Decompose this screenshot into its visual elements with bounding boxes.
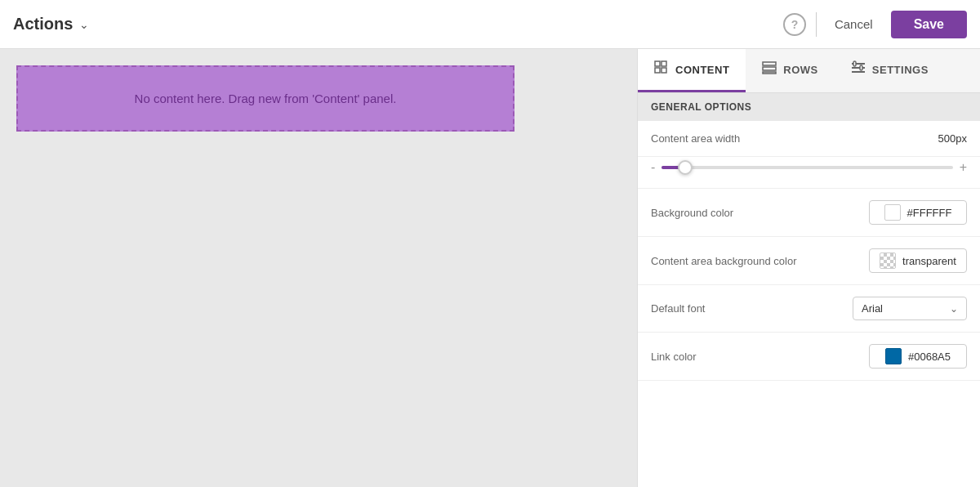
help-icon[interactable]: ? [783, 13, 806, 36]
header-left: Actions ⌄ [13, 15, 89, 34]
panel-tabs: CONTENT ROWS [638, 49, 980, 93]
svg-rect-4 [763, 62, 776, 65]
content-area-width-row: Content area width 500px [638, 121, 980, 157]
main-layout: No content here. Drag new from 'Content'… [0, 49, 980, 487]
content-area-width-value: 500px [938, 132, 967, 145]
right-panel: CONTENT ROWS [637, 49, 980, 487]
background-color-label: Background color [651, 207, 733, 219]
tab-content[interactable]: CONTENT [638, 49, 746, 92]
svg-rect-1 [662, 61, 666, 66]
slider-row: - + [638, 157, 980, 189]
background-color-hex: #FFFFFF [907, 207, 952, 219]
drop-zone-text: No content here. Drag new from 'Content'… [135, 92, 397, 105]
link-color-label: Link color [651, 351, 697, 363]
background-color-swatch [884, 204, 901, 221]
content-area-bg-input[interactable]: transparent [869, 248, 967, 273]
canvas-area: No content here. Drag new from 'Content'… [0, 49, 637, 487]
link-color-input[interactable]: #0068A5 [869, 344, 967, 369]
svg-rect-2 [655, 68, 660, 73]
app-header: Actions ⌄ ? Cancel Save [0, 0, 980, 49]
content-grid-icon [654, 60, 669, 78]
link-color-row: Link color #0068A5 [638, 333, 980, 381]
vertical-divider [816, 12, 817, 37]
link-color-swatch [885, 348, 902, 364]
actions-label: Actions [13, 15, 73, 34]
link-color-hex: #0068A5 [908, 351, 951, 363]
save-button[interactable]: Save [891, 11, 967, 38]
slider-plus-button[interactable]: + [960, 160, 967, 175]
svg-rect-10 [853, 61, 856, 66]
tab-settings[interactable]: SETTINGS [835, 49, 945, 92]
chevron-down-icon: ⌄ [79, 18, 89, 31]
slider-minus-button[interactable]: - [651, 160, 655, 175]
tab-rows[interactable]: ROWS [746, 49, 834, 92]
slider-controls: - + [651, 160, 967, 175]
svg-rect-9 [852, 71, 865, 73]
svg-rect-6 [763, 72, 776, 74]
svg-rect-0 [655, 61, 660, 66]
svg-rect-5 [763, 67, 776, 70]
font-select-value: Arial [862, 302, 883, 315]
svg-rect-11 [860, 65, 862, 70]
content-area-bg-row: Content area background color transparen… [638, 237, 980, 285]
content-area-width-label: Content area width [651, 132, 740, 145]
tab-rows-label: ROWS [783, 64, 817, 76]
content-area-bg-label: Content area background color [651, 255, 797, 267]
font-select[interactable]: Arial ⌄ [853, 297, 967, 320]
general-options-header: GENERAL OPTIONS [638, 93, 980, 121]
drop-zone[interactable]: No content here. Drag new from 'Content'… [16, 65, 514, 132]
settings-icon [851, 60, 866, 78]
tab-content-label: CONTENT [675, 64, 729, 76]
panel-content: GENERAL OPTIONS Content area width 500px… [638, 93, 980, 487]
rows-icon [762, 60, 777, 78]
tab-settings-label: SETTINGS [872, 64, 929, 76]
cancel-button[interactable]: Cancel [826, 12, 881, 36]
background-color-row: Background color #FFFFFF [638, 189, 980, 237]
chevron-down-icon: ⌄ [950, 303, 958, 315]
content-area-bg-hex: transparent [902, 255, 956, 267]
transparent-swatch [880, 252, 896, 269]
svg-rect-3 [662, 68, 666, 73]
slider-thumb[interactable] [678, 160, 693, 175]
slider-track [662, 166, 952, 169]
header-right: ? Cancel Save [783, 11, 967, 38]
background-color-input[interactable]: #FFFFFF [869, 200, 967, 225]
default-font-label: Default font [651, 302, 706, 315]
default-font-row: Default font Arial ⌄ [638, 285, 980, 333]
